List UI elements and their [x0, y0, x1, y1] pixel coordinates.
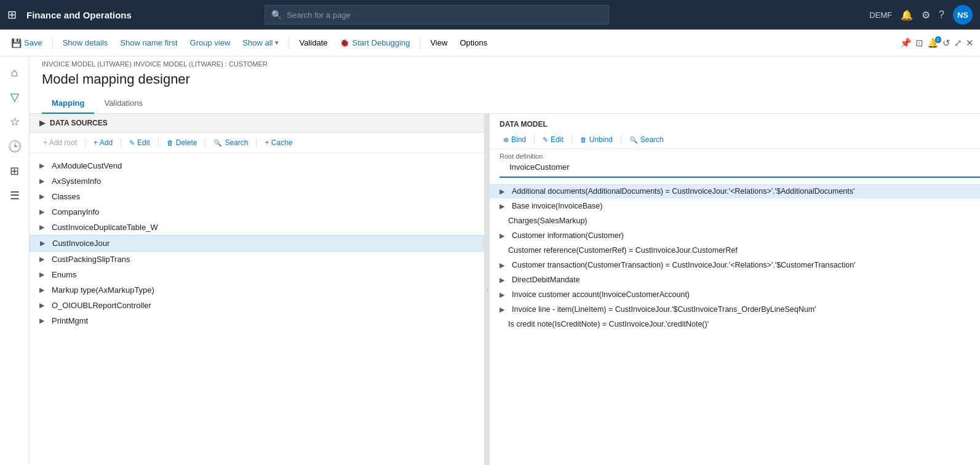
dm-search-button[interactable]: 🔍 Search [626, 133, 667, 146]
top-nav-bar: ⊞ Finance and Operations 🔍 DEMF 🔔 ⚙ ? NS [0, 0, 980, 30]
unbind-icon: 🗑 [580, 136, 587, 143]
pane-splitter[interactable]: · · · [485, 114, 490, 465]
close-icon[interactable]: ✕ [966, 38, 974, 49]
unbind-button[interactable]: 🗑 Unbind [576, 133, 616, 146]
tree-item-axmodule[interactable]: ▶ AxModuleCustVend [30, 158, 484, 173]
dm-item-customer-ref[interactable]: Customer reference(CustomerRef) = CustIn… [490, 243, 980, 258]
add-root-button[interactable]: + Add root [39, 137, 81, 149]
search-button[interactable]: 🔍 Search [210, 137, 252, 149]
arrow-jour: ▶ [40, 239, 49, 247]
nav-home[interactable]: ⌂ [4, 62, 26, 84]
save-button[interactable]: 💾 Save [6, 36, 47, 50]
tree-item-custinvoiceduplicate[interactable]: ▶ CustInvoiceDuplicateTable_W [30, 220, 484, 235]
left-pane-toolbar: + Add root + Add ✎ Edit 🗑 Delete [30, 133, 484, 153]
bind-button[interactable]: ⊕ Bind [500, 133, 530, 146]
dm-item-is-credit-note[interactable]: Is credit note(IsCreditNote) = CustInvoi… [490, 317, 980, 332]
cache-button[interactable]: + Cache [261, 137, 296, 149]
start-debugging-button[interactable]: 🐞 Start Debugging [335, 36, 415, 50]
edit-button[interactable]: ✎ Edit [125, 137, 154, 149]
view-button[interactable]: View [425, 36, 452, 50]
avatar[interactable]: NS [953, 5, 973, 25]
show-details-button[interactable]: Show details [58, 36, 113, 50]
expand-icon[interactable]: ▶ [39, 119, 45, 127]
save-icon: 💾 [11, 38, 22, 48]
dm-item-additional-docs[interactable]: ▶ Additional documents(AdditionalDocumen… [490, 184, 980, 199]
arrow-enums: ▶ [39, 271, 48, 279]
tree-item-custinvoicejour[interactable]: ▶ CustInvoiceJour [30, 235, 484, 252]
arrow-axsystem: ▶ [39, 177, 48, 185]
nav-list[interactable]: ☰ [4, 185, 26, 207]
dm-arrow-5: ▶ [500, 261, 508, 269]
search-icon: 🔍 [271, 10, 282, 20]
arrow-axmodule: ▶ [39, 162, 48, 170]
dm-item-invoice-customer-account[interactable]: ▶ Invoice customer account(InvoiceCustom… [490, 287, 980, 302]
tree-item-markup[interactable]: ▶ Markup type(AxMarkupType) [30, 282, 484, 298]
show-all-button[interactable]: Show all ▾ [237, 36, 284, 50]
show-name-first-button[interactable]: Show name first [115, 36, 182, 50]
tab-mapping[interactable]: Mapping [42, 93, 94, 114]
tree-item-custpacking[interactable]: ▶ CustPackingSlipTrans [30, 252, 484, 267]
top-bar-right: DEMF 🔔 ⚙ ? NS [869, 5, 973, 25]
arrow-classes: ▶ [39, 193, 48, 201]
data-model-toolbar: ⊕ Bind ✎ Edit 🗑 Unbind 🔍 [490, 131, 980, 149]
nav-dashboard[interactable]: ⊞ [4, 160, 26, 182]
pane-sep-4 [205, 138, 205, 148]
grid-icon[interactable]: ⊞ [7, 8, 17, 22]
dm-item-charges[interactable]: Charges(SalesMarkup) [490, 213, 980, 228]
dm-item-invoice-line-item[interactable]: ▶ Invoice line - item(LineItem) = CustIn… [490, 302, 980, 317]
arrow-printmgmt: ▶ [39, 317, 48, 325]
chevron-down-icon: ▾ [275, 39, 279, 47]
open-new-icon[interactable]: ⤢ [954, 38, 962, 49]
nav-favorites[interactable]: ☆ [4, 111, 26, 133]
dm-search-icon: 🔍 [629, 136, 638, 144]
refresh-icon[interactable]: ↺ [942, 38, 950, 49]
pane-sep-5 [256, 138, 257, 148]
pane-sep-3 [158, 138, 159, 148]
pin-icon[interactable]: 📌 [900, 38, 912, 49]
options-button[interactable]: Options [455, 36, 492, 50]
tabs: Mapping Validations [30, 93, 980, 114]
tree-item-enums[interactable]: ▶ Enums [30, 267, 484, 282]
search-input[interactable] [287, 10, 602, 20]
pane-sep-1 [85, 138, 86, 148]
tab-validations[interactable]: Validations [94, 93, 153, 114]
delete-button[interactable]: 🗑 Delete [163, 137, 201, 149]
arrow-oioub: ▶ [39, 301, 48, 309]
edit-icon: ✎ [129, 139, 135, 147]
side-nav: ⌂ ▽ ☆ 🕒 ⊞ ☰ [0, 57, 30, 465]
bell-icon[interactable]: 🔔 [901, 9, 913, 21]
cmd-sep-2 [289, 37, 289, 49]
search-bar[interactable]: 🔍 [265, 5, 609, 25]
add-button[interactable]: + Add [90, 137, 116, 149]
tree-item-companyinfo[interactable]: ▶ CompanyInfo [30, 204, 484, 220]
tree-item-classes[interactable]: ▶ Classes [30, 189, 484, 204]
dm-arrow-3: ▶ [500, 232, 508, 240]
dm-edit-icon: ✎ [543, 136, 548, 144]
nav-recent[interactable]: 🕒 [4, 135, 26, 157]
nav-filter[interactable]: ▽ [4, 86, 26, 108]
arrow-company: ▶ [39, 208, 48, 216]
sidebar-icon[interactable]: ⊡ [915, 38, 923, 49]
arrow-duplicate: ▶ [39, 223, 48, 231]
dm-item-base-invoice[interactable]: ▶ Base invoice(InvoiceBase) [490, 199, 980, 213]
dm-arrow-8: ▶ [500, 306, 508, 314]
page-title: Model mapping designer [30, 69, 980, 93]
data-model-tree: ▶ Additional documents(AdditionalDocumen… [490, 181, 980, 465]
left-pane: ▶ DATA SOURCES + Add root + Add ✎ Edit [30, 114, 485, 465]
dm-item-direct-debit[interactable]: ▶ DirectDebitMandate [490, 272, 980, 287]
group-view-button[interactable]: Group view [185, 36, 236, 50]
dm-edit-button[interactable]: ✎ Edit [539, 133, 567, 146]
settings-icon[interactable]: ⚙ [922, 9, 930, 21]
tree-item-oioub[interactable]: ▶ O_OIOUBLReportController [30, 298, 484, 313]
validate-button[interactable]: Validate [294, 36, 332, 50]
dm-arrow-6: ▶ [500, 276, 508, 284]
tree-item-axsystem[interactable]: ▶ AxSystemInfo [30, 173, 484, 189]
tree-item-printmgmt[interactable]: ▶ PrintMgmt [30, 313, 484, 328]
help-icon[interactable]: ? [939, 9, 944, 20]
dm-item-customer-info[interactable]: ▶ Customer information(Customer) [490, 228, 980, 243]
data-sources-header: ▶ DATA SOURCES [30, 114, 484, 133]
notification-badge-icon[interactable]: 🔔0 [927, 38, 939, 49]
dm-item-customer-transaction[interactable]: ▶ Customer transaction(CustomerTransacti… [490, 258, 980, 272]
arrow-markup: ▶ [39, 286, 48, 294]
dm-sep-2 [572, 135, 572, 145]
